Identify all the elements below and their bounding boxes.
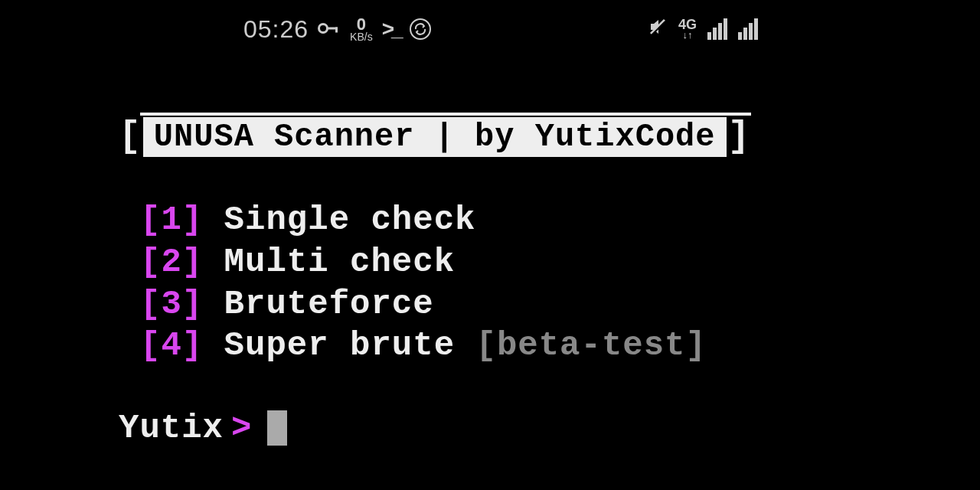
- status-left-group: 05:26 0 KB/s >_: [243, 15, 431, 44]
- menu-num: [3]: [140, 285, 203, 323]
- menu-item-4[interactable]: [4] Super brute [beta-test]: [140, 325, 750, 366]
- menu-label: Single check: [203, 201, 475, 239]
- network-speed-indicator: 0 KB/s: [350, 17, 373, 41]
- menu-num: [1]: [140, 201, 203, 239]
- clock-time: 05:26: [243, 15, 309, 44]
- menu-num: [2]: [140, 243, 203, 281]
- prompt-symbol: >: [231, 409, 252, 447]
- menu-label: Super brute: [203, 326, 475, 364]
- signal-bars-icon-2: [738, 18, 758, 40]
- menu-tag: [beta-test]: [475, 326, 706, 364]
- menu-label: Bruteforce: [203, 285, 433, 323]
- menu-list: [1] Single check [2] Multi check [3] Bru…: [140, 200, 750, 366]
- menu-item-1[interactable]: [1] Single check: [140, 200, 750, 240]
- menu-num: [4]: [140, 326, 203, 364]
- menu-label: Multi check: [203, 243, 455, 281]
- net-speed-unit: KB/s: [350, 32, 373, 42]
- prompt-label: Yutix: [119, 409, 224, 447]
- banner-title: UNUSA Scanner | by YutixCode: [143, 117, 727, 157]
- prompt-line[interactable]: Yutix >: [119, 409, 750, 447]
- vpn-key-icon: [318, 18, 341, 41]
- banner-bracket-left: [: [119, 116, 142, 157]
- mute-icon: [648, 17, 668, 42]
- sync-icon: [410, 18, 431, 40]
- net-arrows: ↓↑: [682, 31, 692, 39]
- terminal-content[interactable]: [ UNUSA Scanner | by YutixCode ] [1] Sin…: [119, 107, 750, 447]
- network-type-indicator: 4G ↓↑: [678, 19, 697, 39]
- svg-point-0: [319, 24, 328, 32]
- svg-rect-2: [335, 27, 338, 32]
- banner-bracket-right: ]: [728, 116, 751, 157]
- cursor[interactable]: [267, 410, 287, 446]
- menu-item-2[interactable]: [2] Multi check: [140, 242, 750, 283]
- status-right-group: 4G ↓↑: [648, 17, 758, 42]
- signal-bars-icon-1: [707, 18, 727, 40]
- banner: [ UNUSA Scanner | by YutixCode ]: [119, 107, 750, 157]
- terminal-icon: >_: [382, 17, 400, 41]
- menu-item-3[interactable]: [3] Bruteforce: [140, 284, 750, 325]
- net-speed-value: 0: [357, 17, 366, 32]
- banner-top-rule: [140, 113, 751, 116]
